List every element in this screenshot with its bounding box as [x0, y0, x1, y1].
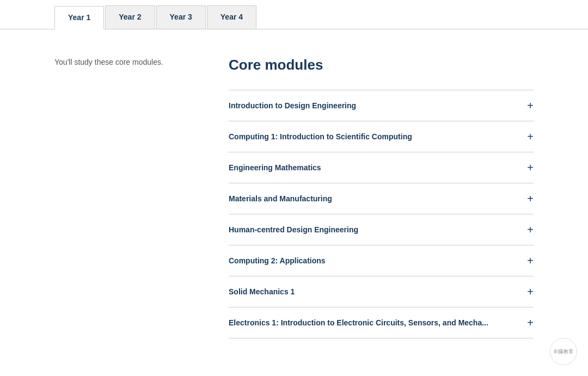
module-item[interactable]: Computing 2: Applications + [229, 245, 534, 276]
tab-year1[interactable]: Year 1 [54, 6, 104, 29]
left-panel: You'll study these core modules. [54, 57, 207, 338]
module-name: Engineering Mathematics [229, 163, 321, 172]
module-item[interactable]: Solid Mechanics 1 + [229, 276, 534, 307]
module-item[interactable]: Computing 1: Introduction to Scientific … [229, 121, 534, 152]
module-name: Computing 1: Introduction to Scientific … [229, 132, 412, 141]
expand-icon: + [527, 100, 534, 111]
module-name: Electronics 1: Introduction to Electroni… [229, 318, 488, 327]
module-item[interactable]: Materials and Manufacturing + [229, 183, 534, 214]
module-name: Computing 2: Applications [229, 256, 326, 265]
module-name: Solid Mechanics 1 [229, 287, 295, 296]
expand-icon: + [527, 131, 534, 142]
module-item[interactable]: Electronics 1: Introduction to Electroni… [229, 307, 534, 338]
expand-icon: + [527, 162, 534, 173]
tab-year3[interactable]: Year 3 [156, 5, 206, 29]
core-modules-description: You'll study these core modules. [54, 57, 207, 68]
module-name: Introduction to Design Engineering [229, 101, 356, 110]
module-item[interactable]: Engineering Mathematics + [229, 152, 534, 183]
module-item[interactable]: Introduction to Design Engineering + [229, 90, 534, 121]
expand-icon: + [527, 224, 534, 235]
right-panel: Core modules Introduction to Design Engi… [229, 57, 534, 338]
module-name: Materials and Manufacturing [229, 194, 332, 203]
tabs-container: Year 1 Year 2 Year 3 Year 4 [0, 0, 588, 29]
section-title: Core modules [229, 57, 534, 73]
content-area: You'll study these core modules. Core mo… [0, 29, 588, 360]
expand-icon: + [527, 317, 534, 328]
expand-icon: + [527, 255, 534, 266]
tab-year4[interactable]: Year 4 [207, 5, 256, 29]
expand-icon: + [527, 286, 534, 297]
module-item[interactable]: Human-centred Design Engineering + [229, 214, 534, 245]
expand-icon: + [527, 193, 534, 204]
tab-year2[interactable]: Year 2 [105, 5, 155, 29]
module-name: Human-centred Design Engineering [229, 225, 358, 234]
